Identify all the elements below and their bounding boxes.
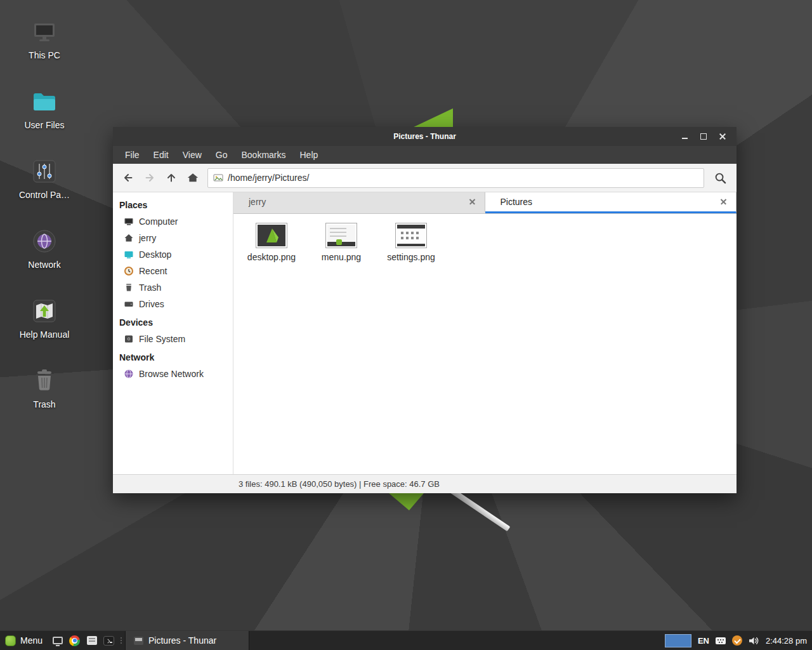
file-item-menu-png[interactable]: menu.png (311, 223, 372, 262)
keyboard-icon[interactable] (716, 637, 726, 644)
menu-edit[interactable]: Edit (147, 146, 176, 164)
desktop-icon-label: User Files (11, 120, 77, 130)
sidebar-item-desktop[interactable]: Desktop (113, 246, 233, 263)
titlebar[interactable]: Pictures - Thunar (113, 127, 737, 146)
menu-bookmarks[interactable]: Bookmarks (234, 146, 292, 164)
files-icon (87, 636, 97, 645)
close-icon[interactable] (716, 130, 729, 143)
sidebar-section-places: Places (113, 195, 233, 213)
trash-icon (124, 282, 134, 293)
desktop-icon-help-manual[interactable]: Help Manual (11, 296, 77, 340)
file-thumbnail (325, 223, 357, 248)
up-icon (165, 171, 178, 184)
desktop-icon-label: This PC (11, 50, 77, 60)
desktop-icon-user-files[interactable]: User Files (11, 86, 77, 130)
forward-button[interactable] (140, 168, 159, 187)
workspace-pager[interactable] (665, 634, 691, 647)
minimize-icon[interactable] (678, 130, 691, 143)
file-name: desktop.png (241, 252, 302, 262)
sidebar-section-devices: Devices (113, 312, 233, 331)
desktop-display-icon (124, 249, 134, 260)
help-map-icon (29, 296, 60, 326)
show-desktop-icon (53, 637, 63, 644)
search-button[interactable] (709, 168, 731, 187)
file-thumbnail (256, 223, 287, 248)
keyboard-layout-indicator[interactable]: EN (698, 636, 709, 646)
picture-icon (213, 173, 223, 183)
tab-jerry[interactable]: jerry (233, 192, 485, 213)
search-icon (714, 171, 727, 185)
browser-launcher[interactable] (66, 631, 83, 650)
file-list: desktop.png menu.png (233, 214, 737, 474)
desktop-icon-this-pc[interactable]: This PC (11, 17, 77, 60)
sidebar-item-label: Recent (139, 266, 167, 276)
statusbar: 3 files: 490.1 kB (490,050 bytes) | Free… (113, 474, 737, 493)
menu-view[interactable]: View (176, 146, 209, 164)
menu-go[interactable]: Go (209, 146, 235, 164)
path-input[interactable]: /home/jerry/Pictures/ (207, 168, 704, 188)
tab-pictures[interactable]: Pictures (485, 192, 737, 213)
folder-icon (29, 86, 60, 117)
sidebar-item-computer[interactable]: Computer (113, 213, 233, 230)
home-icon (124, 233, 134, 243)
file-name: menu.png (311, 252, 372, 262)
menu-button-label: Menu (20, 635, 43, 646)
sidebar-item-label: Desktop (139, 249, 171, 260)
desktop-icon-network[interactable]: Network (11, 226, 77, 270)
desktop-icon-control-panel[interactable]: Control Pa… (11, 156, 77, 200)
up-button[interactable] (162, 168, 181, 187)
maximize-icon[interactable] (697, 130, 710, 143)
network-globe-icon (29, 226, 60, 256)
path-text: /home/jerry/Pictures/ (228, 173, 309, 183)
file-item-desktop-png[interactable]: desktop.png (241, 223, 302, 262)
sidebar-item-drives[interactable]: Drives (113, 296, 233, 312)
desktop-icon-label: Control Pa… (11, 190, 77, 200)
task-label: Pictures - Thunar (148, 635, 216, 646)
desktop-icon-trash[interactable]: Trash (11, 366, 77, 409)
show-desktop-button[interactable] (49, 631, 66, 650)
terminal-icon (103, 636, 114, 646)
home-icon (187, 171, 199, 184)
sidebar-item-recent[interactable]: Recent (113, 263, 233, 279)
sidebar-item-trash[interactable]: Trash (113, 279, 233, 296)
computer-icon (124, 216, 134, 227)
tab-close-icon[interactable] (467, 196, 478, 208)
menu-help[interactable]: Help (293, 146, 325, 164)
control-panel-icon (29, 156, 60, 187)
desktop-icon-label: Help Manual (11, 329, 77, 340)
clock-icon (124, 266, 134, 276)
taskbar-task-pictures-thunar[interactable]: Pictures - Thunar (125, 631, 249, 650)
terminal-launcher[interactable] (100, 631, 117, 650)
files-launcher[interactable] (83, 631, 100, 650)
desktop-icon-label: Trash (11, 399, 77, 409)
clock[interactable]: 2:44:28 pm (766, 636, 807, 646)
tab-close-icon[interactable] (718, 196, 730, 208)
back-button[interactable] (119, 168, 138, 187)
chrome-icon (69, 635, 80, 646)
sidebar-item-browse-network[interactable]: Browse Network (113, 366, 233, 382)
sidebar-item-label: Browse Network (139, 369, 204, 379)
file-name: settings.png (381, 252, 442, 262)
home-button[interactable] (183, 168, 202, 187)
update-icon[interactable] (732, 635, 742, 646)
menu-file[interactable]: File (118, 146, 147, 164)
window-title: Pictures - Thunar (113, 132, 737, 141)
desktop-icon-label: Network (11, 260, 77, 270)
volume-icon[interactable] (749, 636, 759, 646)
sidebar-item-file-system[interactable]: File System (113, 331, 233, 347)
tab-label: jerry (249, 197, 266, 207)
forward-icon (143, 171, 156, 184)
thunar-window: Pictures - Thunar File Edit View Go Book… (113, 127, 737, 493)
start-menu-button[interactable]: Menu (0, 631, 49, 650)
status-text: 3 files: 490.1 kB (490,050 bytes) | Free… (239, 479, 440, 489)
trash-icon (29, 366, 60, 396)
back-icon (122, 171, 134, 184)
sidebar-item-label: File System (139, 334, 185, 344)
file-pane: jerry Pictures desktop.png (233, 192, 737, 474)
tab-label: Pictures (501, 197, 533, 207)
sidebar-item-label: Computer (139, 216, 178, 227)
sidebar-item-label: jerry (139, 233, 156, 243)
globe-icon (124, 369, 134, 379)
file-item-settings-png[interactable]: settings.png (381, 223, 442, 262)
sidebar-item-home[interactable]: jerry (113, 230, 233, 246)
